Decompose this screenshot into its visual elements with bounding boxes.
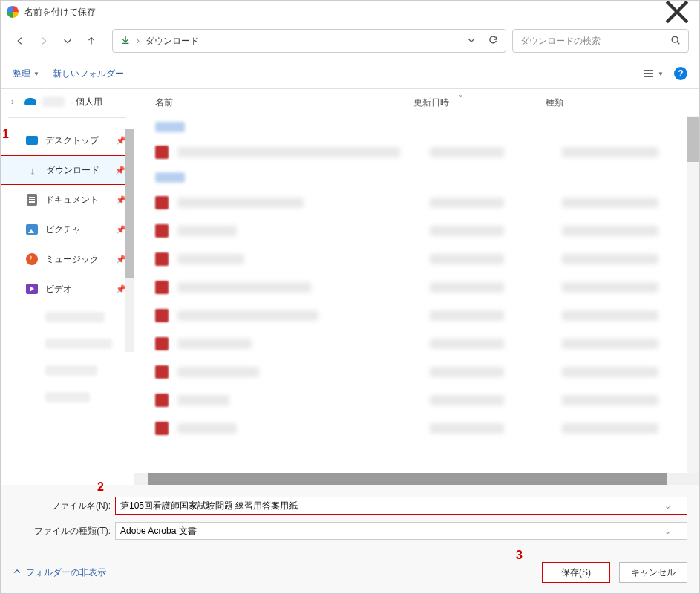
breadcrumb-current[interactable]: ダウンロード <box>145 35 199 48</box>
organize-menu[interactable]: 整理 ▼ <box>13 68 39 80</box>
file-list-area: 名前 ⌄ 更新日時 種類 <box>134 89 699 485</box>
filename-input[interactable] <box>115 497 687 515</box>
music-icon <box>26 253 38 265</box>
redacted-text <box>430 395 504 405</box>
redacted-text <box>562 254 658 264</box>
filename-row: ファイル名(N): ⌄ <box>13 495 687 516</box>
quick-item-video[interactable]: ビデオ 📌 <box>1 274 134 304</box>
redacted-text <box>562 226 658 236</box>
address-bar[interactable]: › ダウンロード <box>112 29 506 53</box>
redacted-text <box>562 367 658 377</box>
redacted-text <box>177 226 237 236</box>
list-item[interactable] <box>134 273 699 301</box>
documents-icon <box>26 194 38 206</box>
download-folder-icon <box>120 35 131 48</box>
list-item[interactable] <box>134 358 699 386</box>
redacted-text <box>562 395 658 405</box>
sidebar-scrollbar[interactable] <box>125 129 134 352</box>
onedrive-label-suffix: - 個人用 <box>71 96 102 108</box>
list-horizontal-scrollbar[interactable] <box>134 473 699 485</box>
cancel-button[interactable]: キャンセル <box>619 562 687 583</box>
help-button[interactable]: ? <box>674 67 687 80</box>
redacted-item <box>1 357 134 384</box>
redacted-text <box>177 310 318 321</box>
breadcrumb-separator: › <box>137 36 140 46</box>
list-item[interactable] <box>134 414 699 443</box>
file-icon <box>155 224 169 238</box>
redacted-text <box>562 423 658 434</box>
onedrive-item[interactable]: › - 個人用 <box>1 89 134 114</box>
search-box[interactable]: ダウンロードの検索 <box>512 29 689 53</box>
redacted-text <box>430 367 504 377</box>
redacted-text <box>430 423 504 434</box>
list-vertical-scrollbar[interactable] <box>687 116 699 473</box>
list-item[interactable] <box>134 245 699 273</box>
address-dropdown-button[interactable] <box>467 36 476 47</box>
back-button[interactable] <box>11 32 29 50</box>
dialog-button-bar: フォルダーの非表示 3 保存(S) キャンセル <box>1 552 699 593</box>
list-item[interactable] <box>134 386 699 414</box>
pane-toggle-label: フォルダーの非表示 <box>26 567 106 579</box>
folders-pane-toggle[interactable]: フォルダーの非表示 <box>13 567 106 579</box>
file-icon <box>155 252 169 266</box>
search-icon <box>670 35 681 48</box>
annotation-1: 1 <box>1 128 9 141</box>
file-icon <box>155 365 169 379</box>
expand-icon[interactable]: › <box>11 97 19 107</box>
filename-label: ファイル名(N): <box>13 500 115 512</box>
list-item[interactable] <box>134 217 699 245</box>
quick-item-label: ミュージック <box>45 253 99 266</box>
column-date[interactable]: ⌄ 更新日時 <box>413 97 546 109</box>
file-icon <box>155 281 169 294</box>
chevron-up-icon <box>13 567 22 578</box>
redacted-text <box>562 282 658 293</box>
redacted-item <box>1 330 134 357</box>
list-item[interactable] <box>134 301 699 330</box>
quick-item-desktop[interactable]: デスクトップ 📌 <box>1 125 134 155</box>
redacted-item <box>1 384 134 411</box>
search-placeholder: ダウンロードの検索 <box>520 35 601 48</box>
quick-item-documents[interactable]: ドキュメント 📌 <box>1 185 134 215</box>
up-button[interactable] <box>82 32 100 50</box>
redacted-text <box>430 339 504 349</box>
quick-item-music[interactable]: ミュージック 📌 <box>1 244 134 274</box>
quick-item-label: ダウンロード <box>46 164 99 177</box>
recent-locations-button[interactable] <box>59 32 76 50</box>
list-group-header[interactable] <box>134 166 699 189</box>
quick-item-downloads[interactable]: ↓ ダウンロード 📌 <box>1 155 134 185</box>
redacted-text <box>177 198 304 208</box>
refresh-button[interactable] <box>488 35 498 48</box>
onedrive-icon <box>24 96 36 108</box>
forward-button[interactable] <box>35 32 53 50</box>
list-item[interactable] <box>134 138 699 166</box>
view-menu[interactable]: ▼ <box>643 68 664 79</box>
new-folder-button[interactable]: 新しいフォルダー <box>53 68 124 80</box>
sort-indicator-icon: ⌄ <box>458 91 464 98</box>
download-icon: ↓ <box>27 164 39 176</box>
quick-item-pictures[interactable]: ピクチャ 📌 <box>1 215 134 244</box>
annotation-3: 3 <box>516 549 523 562</box>
column-name[interactable]: 名前 <box>155 97 413 109</box>
list-item[interactable] <box>134 330 699 358</box>
divider <box>8 117 126 118</box>
redacted-text <box>177 147 400 157</box>
redacted-text <box>42 97 65 107</box>
scrollbar-thumb[interactable] <box>687 117 699 162</box>
close-button[interactable] <box>661 1 693 23</box>
filetype-row: ファイルの種類(T): ⌄ <box>13 520 687 541</box>
redacted-text <box>430 198 504 208</box>
redacted-text <box>177 282 311 293</box>
save-form: 2 ファイル名(N): ⌄ ファイルの種類(T): ⌄ <box>1 485 699 552</box>
filetype-select[interactable] <box>115 522 687 540</box>
save-button[interactable]: 保存(S) <box>542 562 610 583</box>
scrollbar-thumb[interactable] <box>125 129 134 278</box>
desktop-icon <box>26 134 38 146</box>
filetype-label: ファイルの種類(T): <box>13 525 115 538</box>
column-type[interactable]: 種類 <box>546 97 664 109</box>
redacted-text <box>177 395 229 405</box>
list-group-header[interactable] <box>134 116 699 138</box>
file-list[interactable] <box>134 116 699 473</box>
scrollbar-thumb[interactable] <box>148 473 667 485</box>
svg-point-0 <box>672 36 678 42</box>
list-item[interactable] <box>134 189 699 217</box>
